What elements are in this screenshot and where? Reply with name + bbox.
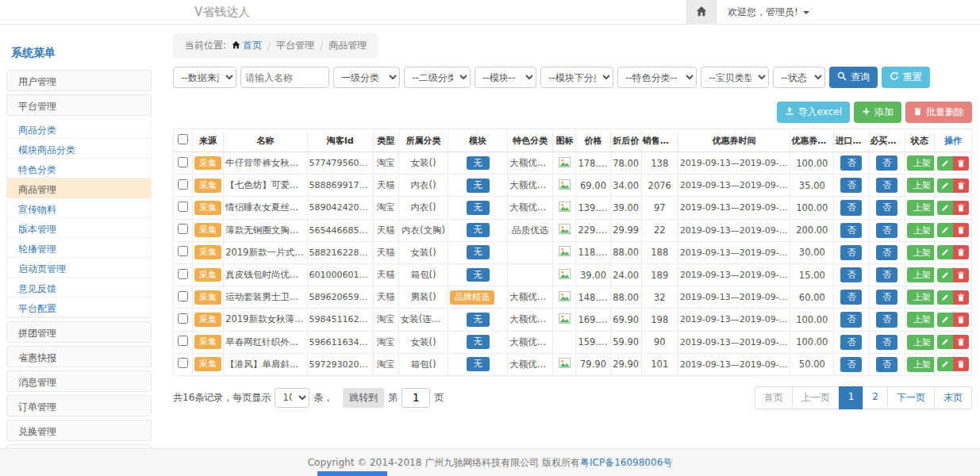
must-buy-toggle[interactable]: 否	[876, 335, 897, 350]
edit-button[interactable]	[937, 178, 953, 193]
filter-module-select[interactable]: --模块--	[475, 67, 536, 88]
delete-button[interactable]	[953, 313, 969, 327]
row-checkbox[interactable]	[178, 179, 188, 190]
sidebar-item-promo-materials[interactable]: 宣传物料	[7, 198, 151, 218]
import-select-toggle[interactable]: 否	[840, 223, 862, 238]
filter-feature-select[interactable]: --特色分类--	[617, 67, 697, 88]
delete-button[interactable]	[953, 290, 969, 305]
user-menu[interactable]: 欢迎您，管理员!	[717, 6, 821, 19]
sidebar-group-user-management[interactable]: 用户管理	[6, 70, 152, 91]
row-checkbox[interactable]	[178, 157, 188, 167]
first-page-button[interactable]: 首页	[755, 386, 793, 409]
edit-button[interactable]	[937, 156, 953, 171]
status-toggle[interactable]: 上架	[907, 223, 935, 238]
delete-button[interactable]	[953, 156, 969, 171]
edit-button[interactable]	[937, 357, 953, 371]
prev-page-button[interactable]: 上一页	[792, 386, 840, 409]
last-page-button[interactable]: 末页	[934, 386, 972, 409]
edit-button[interactable]	[937, 268, 953, 282]
row-checkbox[interactable]	[178, 336, 188, 346]
batch-delete-button[interactable]: 批量删除	[905, 102, 972, 123]
delete-button[interactable]	[953, 223, 969, 237]
filter-source-select[interactable]: --数据来源--	[173, 67, 236, 88]
status-toggle[interactable]: 上架	[907, 267, 935, 282]
delete-button[interactable]	[953, 201, 969, 215]
delete-button[interactable]	[953, 335, 969, 349]
sidebar-item-feedback[interactable]: 意见反馈	[7, 278, 151, 298]
status-toggle[interactable]: 上架	[907, 357, 935, 372]
import-select-toggle[interactable]: 否	[840, 290, 862, 305]
icp-link[interactable]: 粤ICP备16098006号	[580, 456, 672, 470]
status-toggle[interactable]: 上架	[907, 155, 935, 171]
must-buy-toggle[interactable]: 否	[876, 245, 897, 260]
import-select-toggle[interactable]: 否	[840, 335, 862, 350]
status-toggle[interactable]: 上架	[907, 245, 935, 260]
filter-status-select[interactable]: --状态--	[773, 67, 825, 88]
status-toggle[interactable]: 上架	[907, 312, 935, 327]
status-toggle[interactable]: 上架	[907, 290, 935, 305]
home-button[interactable]	[686, 0, 717, 25]
page-jump-input[interactable]	[402, 388, 430, 408]
sidebar-item-platform-config[interactable]: 平台配置	[7, 298, 151, 317]
sidebar-group-exchange-management[interactable]: 兑换管理	[6, 420, 152, 441]
must-buy-toggle[interactable]: 否	[876, 357, 897, 372]
delete-button[interactable]	[953, 357, 969, 371]
import-select-toggle[interactable]: 否	[840, 200, 862, 215]
per-page-select[interactable]: 10	[275, 388, 309, 408]
must-buy-toggle[interactable]: 否	[876, 178, 897, 193]
row-checkbox[interactable]	[178, 358, 188, 368]
import-select-toggle[interactable]: 否	[840, 357, 862, 372]
sidebar-item-splash-management[interactable]: 启动页管理	[7, 258, 151, 278]
add-button[interactable]: 添加	[854, 102, 901, 123]
sidebar-item-version-management[interactable]: 版本管理	[7, 218, 151, 238]
row-checkbox[interactable]	[178, 269, 188, 279]
sidebar-item-carousel-management[interactable]: 轮播管理	[7, 238, 151, 258]
status-toggle[interactable]: 上架	[907, 200, 935, 215]
import-select-toggle[interactable]: 否	[840, 267, 862, 282]
row-checkbox[interactable]	[178, 313, 188, 324]
filter-level2-select[interactable]: --二级分类--	[404, 67, 471, 88]
row-checkbox[interactable]	[178, 224, 188, 234]
sidebar-group-message-management[interactable]: 消息管理	[6, 370, 152, 392]
edit-button[interactable]	[937, 201, 953, 215]
row-checkbox[interactable]	[178, 202, 188, 212]
edit-button[interactable]	[937, 290, 953, 305]
import-select-toggle[interactable]: 否	[840, 155, 862, 171]
import-excel-button[interactable]: 导入excel	[777, 102, 850, 123]
sidebar-group-platform-management[interactable]: 平台管理	[6, 94, 152, 116]
sidebar-group-express-news[interactable]: 省惠快报	[6, 346, 152, 367]
sidebar-group-order-management[interactable]: 订单管理	[6, 395, 152, 416]
status-toggle[interactable]: 上架	[907, 335, 935, 350]
edit-button[interactable]	[937, 313, 953, 327]
delete-button[interactable]	[953, 245, 969, 259]
jump-button[interactable]: 跳转到	[343, 388, 384, 408]
edit-button[interactable]	[937, 223, 953, 237]
must-buy-toggle[interactable]: 否	[876, 290, 897, 305]
import-select-toggle[interactable]: 否	[840, 312, 862, 327]
sidebar-item-product-management[interactable]: 商品管理	[7, 178, 151, 198]
must-buy-toggle[interactable]: 否	[876, 267, 897, 282]
select-all-checkbox[interactable]	[178, 134, 188, 144]
filter-module-sub-select[interactable]: --模块下分类--	[540, 67, 613, 88]
must-buy-toggle[interactable]: 否	[876, 155, 897, 171]
sidebar-item-feature-category[interactable]: 特色分类	[7, 159, 151, 178]
sidebar-group-group-buy[interactable]: 拼团管理	[6, 321, 152, 343]
search-button[interactable]: 查询	[829, 67, 878, 88]
delete-button[interactable]	[953, 268, 969, 282]
edit-button[interactable]	[937, 335, 953, 349]
row-checkbox[interactable]	[178, 291, 188, 301]
sidebar-item-product-category[interactable]: 商品分类	[7, 119, 151, 139]
page-button[interactable]: 1	[839, 386, 864, 409]
page-button[interactable]: 2	[863, 386, 888, 409]
row-checkbox[interactable]	[178, 246, 188, 256]
must-buy-toggle[interactable]: 否	[876, 223, 897, 238]
breadcrumb-home-link[interactable]: 首页	[232, 39, 262, 52]
name-input[interactable]	[240, 67, 329, 88]
delete-button[interactable]	[953, 178, 969, 193]
sidebar-item-module-product-category[interactable]: 模块商品分类	[7, 139, 151, 159]
must-buy-toggle[interactable]: 否	[876, 200, 897, 215]
import-select-toggle[interactable]: 否	[840, 178, 862, 193]
status-toggle[interactable]: 上架	[907, 178, 935, 193]
next-page-button[interactable]: 下一页	[887, 386, 935, 409]
filter-item-type-select[interactable]: --宝贝类型--	[701, 67, 769, 88]
